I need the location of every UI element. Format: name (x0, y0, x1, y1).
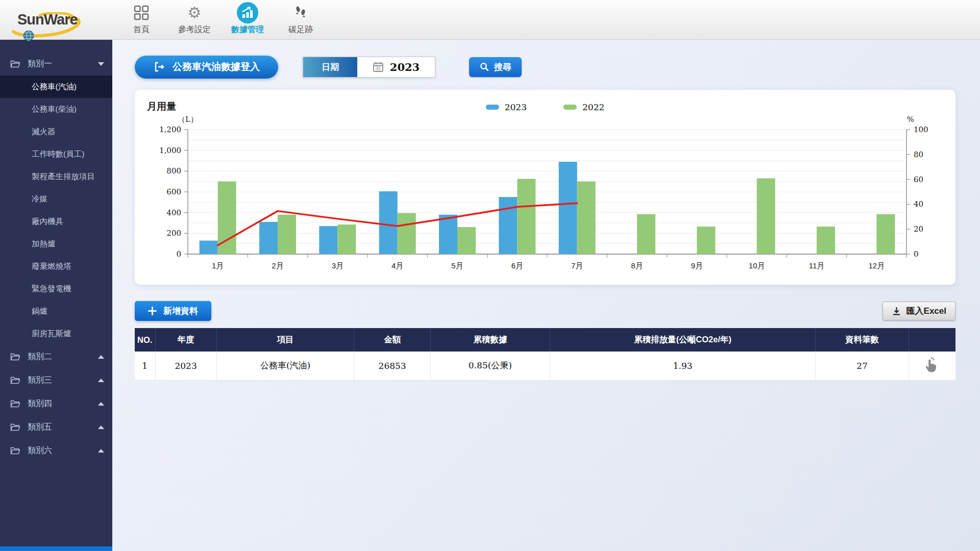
nav-label: 首頁 (133, 24, 150, 35)
nav-item-home[interactable]: 首頁 (115, 0, 168, 39)
category-label: 類別四 (28, 398, 52, 409)
table-cell: 0.85(公秉) (430, 352, 550, 380)
add-data-button[interactable]: 新增資料 (135, 301, 211, 321)
bar-2022-4月 (398, 213, 416, 254)
svg-text:5月: 5月 (451, 261, 463, 270)
chart-legend: 20232022 (486, 102, 605, 112)
chevron-up-icon (98, 402, 104, 406)
table-row: 12023公務車(汽油)268530.85(公秉)1.9327 (135, 352, 955, 380)
chevron-up-icon (98, 355, 104, 359)
brand-logo[interactable]: SunWare (0, 11, 115, 28)
sidebar-item[interactable]: 工作時數(員工) (0, 143, 112, 165)
sidebar-item[interactable]: 冷媒 (0, 188, 112, 210)
table-header-cell: 累積數據 (430, 328, 550, 352)
svg-text:0: 0 (914, 249, 919, 259)
legend-swatch (564, 105, 577, 110)
legend-entry-2022[interactable]: 2022 (564, 102, 604, 112)
plus-icon (148, 307, 157, 315)
search-button[interactable]: 搜尋 (469, 57, 522, 77)
sidebar-item[interactable]: 滅火器 (0, 120, 112, 143)
sidebar-item[interactable]: 廢棄燃燒塔 (0, 255, 112, 278)
monthly-usage-chart-card: 月用量 20232022 02004006008001,0001,2000204… (135, 90, 955, 285)
grid-icon (134, 1, 149, 24)
category-label: 類別六 (28, 445, 52, 456)
sidebar-category-2[interactable]: 類別二 (0, 345, 112, 368)
bar-2023-4月 (379, 191, 398, 254)
svg-text:10月: 10月 (749, 261, 765, 270)
sidebar-item[interactable]: 緊急發電機 (0, 278, 112, 300)
sidebar-category-4[interactable]: 類別四 (0, 392, 112, 415)
svg-text:1,000: 1,000 (159, 146, 181, 155)
date-tab-label: 日期 (322, 61, 339, 73)
bar-2023-5月 (439, 215, 457, 254)
svg-text:12月: 12月 (868, 261, 885, 270)
sidebar-item[interactable]: 製程產生排放項目 (0, 165, 112, 188)
legend-label: 2022 (582, 102, 604, 112)
table-header-cell: 項目 (216, 328, 354, 352)
legend-entry-2023[interactable]: 2023 (486, 102, 527, 112)
category-label: 類別二 (28, 352, 52, 362)
date-filter-toggle: 日期 2023 (303, 57, 435, 78)
svg-text:6月: 6月 (511, 261, 523, 270)
bar-2023-6月 (499, 197, 517, 254)
nav-item-carbon-footprint[interactable]: 碳足跡 (274, 0, 327, 39)
download-icon (892, 306, 901, 316)
sidebar-category-5[interactable]: 類別五 (0, 415, 112, 439)
year-value: 2023 (390, 61, 420, 73)
sidebar-item[interactable]: 公務車(柴油) (0, 98, 112, 120)
search-button-label: 搜尋 (494, 61, 511, 73)
sidebar-category-3[interactable]: 類別三 (0, 368, 112, 392)
import-excel-button[interactable]: 匯入Excel (883, 302, 955, 320)
svg-text:1月: 1月 (212, 261, 224, 270)
table-header-cell: NO. (135, 328, 155, 352)
sidebar-category-1[interactable]: 類別一 (0, 52, 112, 76)
bar-2022-12月 (876, 214, 895, 254)
row-detail-button[interactable] (924, 357, 940, 374)
svg-text:11月: 11月 (809, 261, 825, 270)
bar-2022-11月 (817, 227, 835, 254)
login-button-label: 公務車汽油數據登入 (173, 60, 260, 73)
bar-2022-7月 (577, 182, 596, 254)
table-cell: 2023 (155, 352, 216, 380)
globe-icon (22, 30, 35, 42)
svg-text:200: 200 (166, 229, 181, 238)
sidebar-item[interactable]: 加熱爐 (0, 233, 112, 255)
sidebar-item[interactable]: 鍋爐 (0, 300, 112, 322)
nav-label: 數據管理 (231, 24, 264, 35)
nav-label: 碳足跡 (288, 24, 313, 35)
date-tab[interactable]: 日期 (303, 57, 357, 77)
svg-text:20: 20 (914, 224, 923, 234)
bar-2022-10月 (757, 179, 775, 254)
table-cell: 公務車(汽油) (216, 352, 354, 380)
bar-chart-icon (236, 1, 259, 24)
sidebar: 類別一公務車(汽油)公務車(柴油)滅火器工作時數(員工)製程產生排放項目冷媒廠內… (0, 40, 112, 551)
category-label: 類別三 (28, 375, 52, 386)
chevron-up-icon (98, 425, 104, 429)
sidebar-item[interactable]: 廚房瓦斯爐 (0, 322, 112, 345)
sidebar-item[interactable]: 廠內機具 (0, 210, 112, 233)
brand-name: SunWare (17, 11, 78, 28)
excel-button-label: 匯入Excel (906, 305, 946, 317)
vehicle-fuel-data-entry-button[interactable]: 公務車汽油數據登入 (135, 56, 278, 79)
sidebar-item[interactable]: 公務車(汽油) (0, 76, 112, 98)
svg-text:2月: 2月 (272, 261, 283, 270)
chevron-up-icon (98, 379, 104, 382)
sidebar-category-6[interactable]: 類別六 (0, 439, 112, 462)
category-label: 類別五 (28, 422, 52, 433)
table-header-cell (909, 328, 955, 352)
calendar-icon (373, 61, 384, 72)
primary-nav: 首頁 ⚙ 參考設定 數據管理 (115, 0, 327, 39)
nav-item-data-management[interactable]: 數據管理 (221, 0, 274, 39)
svg-text:100: 100 (914, 125, 928, 134)
bar-2022-8月 (637, 214, 655, 254)
bar-2022-9月 (697, 227, 715, 254)
chevron-up-icon (98, 449, 104, 453)
controls-row: 公務車汽油數據登入 日期 2023 搜尋 (135, 55, 955, 79)
enter-arrow-icon (153, 61, 165, 73)
svg-text:7月: 7月 (571, 261, 583, 270)
chart-title: 月用量 (147, 100, 176, 113)
sidebar-category-list: 類別一公務車(汽油)公務車(柴油)滅火器工作時數(員工)製程產生排放項目冷媒廠內… (0, 52, 112, 462)
bar-2023-2月 (259, 222, 278, 254)
year-select[interactable]: 2023 (357, 57, 435, 77)
nav-item-settings[interactable]: ⚙ 參考設定 (168, 0, 221, 39)
